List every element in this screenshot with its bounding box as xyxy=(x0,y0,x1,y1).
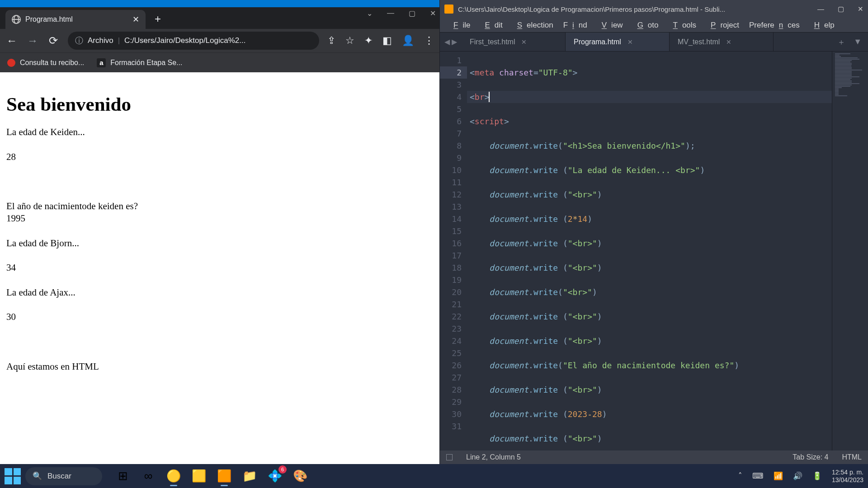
menu-edit[interactable]: Edit xyxy=(476,19,507,32)
status-panel-icon[interactable] xyxy=(446,454,453,460)
bookmark-label: Formación Etapa Se... xyxy=(110,59,182,67)
minimize-icon[interactable]: — xyxy=(387,9,394,18)
new-tab-button[interactable]: + xyxy=(155,13,161,25)
chrome-browser-window: Programa.html ✕ + ⌄ — ▢ ✕ ← → ⟳ ⓘ Archiv… xyxy=(0,0,439,464)
minimap[interactable] xyxy=(832,52,868,450)
bookmarks-bar: Consulta tu recibo... a Formación Etapa … xyxy=(0,52,439,72)
browser-window-controls: ⌄ — ▢ ✕ xyxy=(367,9,436,18)
tab-overflow-controls: ＋ ▼ xyxy=(831,33,868,51)
system-tray: ˄ ⌨ 📶 🔊 🔋 12:54 p. m. 13/04/2023 xyxy=(738,469,863,484)
editor-tab-label: First_test.html xyxy=(470,38,515,46)
editor-body: 12345 678910 1112131415 1617181920 21222… xyxy=(440,52,868,450)
menu-goto[interactable]: Goto xyxy=(628,19,663,32)
bookmark-item[interactable]: a Formación Etapa Se... xyxy=(97,58,182,67)
menu-project[interactable]: Project xyxy=(702,19,744,32)
status-syntax[interactable]: HTML xyxy=(842,453,862,461)
taskview-icon[interactable]: ⊞ xyxy=(113,466,133,486)
bookmark-label: Consulta tu recibo... xyxy=(20,59,84,67)
rendered-page: Sea bienvenido La edad de Keiden... 28 E… xyxy=(0,72,439,464)
paint-icon[interactable]: 🎨 xyxy=(290,466,310,486)
site-info-icon[interactable]: ⓘ xyxy=(75,35,83,46)
maximize-icon[interactable]: ▢ xyxy=(838,5,844,13)
menu-file[interactable]: File xyxy=(444,19,475,32)
close-icon[interactable]: ✕ xyxy=(858,5,863,13)
reload-button[interactable]: ⟳ xyxy=(47,34,60,47)
page-heading: Sea bienvenido xyxy=(6,93,433,115)
taskbar-left: 🔍 Buscar ⊞ ∞ 🟡 🟨 🟧 📁 💠6 🎨 xyxy=(5,466,310,486)
editor-tab[interactable]: First_test.html ✕ xyxy=(462,33,566,51)
page-text: 28 xyxy=(6,151,433,163)
tab-forward-icon[interactable]: ▶ xyxy=(452,38,457,46)
page-text: La edad de Ajax... xyxy=(6,286,433,299)
chrome-icon[interactable]: 🟡 xyxy=(164,466,184,486)
sublime-status-bar: Line 2, Column 5 Tab Size: 4 HTML xyxy=(440,450,868,464)
status-tab-size[interactable]: Tab Size: 4 xyxy=(793,453,828,461)
tab-close-icon[interactable]: ✕ xyxy=(521,38,527,46)
tray-chevron-icon[interactable]: ˄ xyxy=(738,471,742,481)
menu-help[interactable]: Help xyxy=(805,19,839,32)
forward-button[interactable]: → xyxy=(26,34,39,47)
menu-tools[interactable]: Tools xyxy=(664,19,701,32)
new-tab-icon[interactable]: ＋ xyxy=(837,37,845,47)
tab-history-nav: ◀ ▶ xyxy=(440,33,462,51)
battery-icon[interactable]: 🔋 xyxy=(812,471,822,481)
taskbar-search[interactable]: 🔍 Buscar xyxy=(25,467,102,485)
bookmark-star-icon[interactable]: ☆ xyxy=(345,35,354,47)
line-number-gutter: 12345 678910 1112131415 1617181920 21222… xyxy=(440,52,467,450)
menu-preferences[interactable]: Preferences xyxy=(745,19,804,32)
editor-tab-label: MV_test.html xyxy=(678,38,720,46)
keyboard-icon[interactable]: ⌨ xyxy=(752,471,764,481)
browser-tab[interactable]: Programa.html ✕ xyxy=(5,10,146,29)
toolbar-actions: ⇪ ☆ ✦ ◧ 👤 ⋮ xyxy=(327,35,434,47)
address-bar[interactable]: ⓘ Archivo | C:/Users/Jairo/Desktop/Logic… xyxy=(68,32,319,50)
volume-icon[interactable]: 🔊 xyxy=(793,471,802,481)
editor-tab[interactable]: MV_test.html ✕ xyxy=(670,33,774,51)
menu-icon[interactable]: ⋮ xyxy=(424,35,434,47)
visual-studio-icon[interactable]: ∞ xyxy=(138,466,158,486)
tab-back-icon[interactable]: ◀ xyxy=(444,38,450,46)
search-icon: 🔍 xyxy=(33,471,42,481)
bookmark-favicon-icon xyxy=(7,59,15,67)
menu-selection[interactable]: Selection xyxy=(508,19,558,32)
tab-close-icon[interactable]: ✕ xyxy=(132,14,139,24)
browser-titlebar xyxy=(0,0,439,7)
page-text: 34 xyxy=(6,262,433,274)
tab-close-icon[interactable]: ✕ xyxy=(627,38,633,46)
sidepanel-icon[interactable]: ◧ xyxy=(382,35,392,47)
wifi-icon[interactable]: 📶 xyxy=(774,471,783,481)
menu-find[interactable]: Find xyxy=(559,19,592,32)
clock-time: 12:54 p. m. xyxy=(832,469,863,476)
page-text: La edad de Keiden... xyxy=(6,126,433,138)
taskbar-clock[interactable]: 12:54 p. m. 13/04/2023 xyxy=(832,469,863,484)
cortana-icon[interactable]: 💠6 xyxy=(265,466,285,486)
tab-dropdown-icon[interactable]: ▼ xyxy=(854,37,862,47)
sticky-notes-icon[interactable]: 🟨 xyxy=(189,466,209,486)
address-scheme: Archivo xyxy=(88,36,113,45)
tab-title: Programa.html xyxy=(25,15,128,23)
profile-icon[interactable]: 👤 xyxy=(402,35,414,47)
bookmark-item[interactable]: Consulta tu recibo... xyxy=(7,59,84,67)
tab-close-icon[interactable]: ✕ xyxy=(726,38,731,46)
sublime-icon[interactable]: 🟧 xyxy=(214,466,234,486)
code-editor[interactable]: <meta charset="UTF-8"> <br> <script> doc… xyxy=(467,52,832,450)
file-explorer-icon[interactable]: 📁 xyxy=(240,466,259,486)
page-text: Aquí estamos en HTML xyxy=(6,361,433,373)
editor-tab[interactable]: Programa.html ✕ xyxy=(566,33,670,51)
maximize-icon[interactable]: ▢ xyxy=(409,9,415,18)
extensions-icon[interactable]: ✦ xyxy=(364,35,373,47)
minimize-icon[interactable]: — xyxy=(817,5,824,13)
close-icon[interactable]: ✕ xyxy=(430,9,436,18)
taskbar-apps: ⊞ ∞ 🟡 🟨 🟧 📁 💠6 🎨 xyxy=(113,466,310,486)
sublime-window-controls: — ▢ ✕ xyxy=(817,5,863,13)
sublime-titlebar: C:\Users\Jairo\Desktop\Logica de Program… xyxy=(440,0,868,18)
browser-toolbar: ← → ⟳ ⓘ Archivo | C:/Users/Jairo/Desktop… xyxy=(0,29,439,52)
status-cursor-position: Line 2, Column 5 xyxy=(466,453,521,461)
share-icon[interactable]: ⇪ xyxy=(327,35,335,47)
address-url: C:/Users/Jairo/Desktop/Logica%2... xyxy=(124,36,245,45)
start-button[interactable] xyxy=(5,468,21,484)
menu-view[interactable]: View xyxy=(593,19,627,32)
dropdown-icon[interactable]: ⌄ xyxy=(367,9,373,18)
back-button[interactable]: ← xyxy=(5,34,18,47)
page-text: La edad de Bjorn... xyxy=(6,237,433,249)
globe-icon xyxy=(12,15,21,24)
